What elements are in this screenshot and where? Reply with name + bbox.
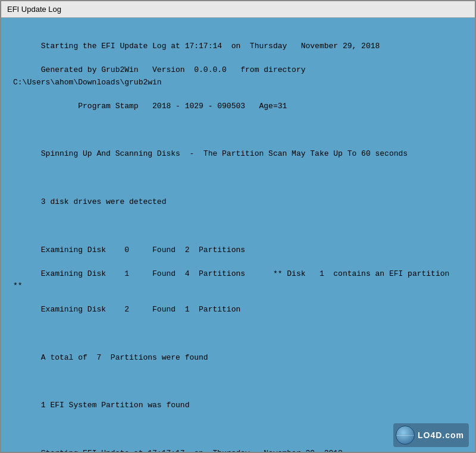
log-content: Starting the EFI Update Log at 17:17:14 … (13, 29, 463, 452)
log-line-9: Examining Disk 0 Found 2 Partitions (41, 246, 245, 254)
content-area: Starting the EFI Update Log at 17:17:14 … (1, 18, 475, 452)
log-line-13: A total of 7 Partitions were found (41, 353, 208, 362)
log-line-1: Starting the EFI Update Log at 17:17:14 … (41, 42, 380, 51)
log-line-7: 3 disk drives were detected (41, 197, 167, 206)
watermark-globe-icon (396, 426, 415, 445)
watermark: LO4D.com (393, 423, 469, 447)
window-title: EFI Update Log (7, 5, 61, 14)
log-line-5: Spinning Up And Scanning Disks - The Par… (41, 149, 408, 158)
log-line-17: Starting EFI Update at 17:17:17 on Thurs… (41, 449, 343, 452)
log-line-10: Examining Disk 1 Found 4 Partitions ** D… (13, 269, 454, 290)
watermark-container: LO4D.com (393, 423, 469, 447)
watermark-label: LO4D.com (418, 430, 464, 440)
log-line-3: Program Stamp 2018 - 1029 - 090503 Age=3… (41, 102, 287, 111)
log-line-11: Examining Disk 2 Found 1 Partition (41, 305, 240, 314)
title-bar: EFI Update Log (1, 1, 475, 18)
log-line-15: 1 EFI System Partition was found (41, 401, 190, 410)
main-window: EFI Update Log Starting the EFI Update L… (0, 0, 476, 453)
log-line-2: Generated by Grub2Win Version 0.0.0.0 fr… (13, 65, 315, 86)
